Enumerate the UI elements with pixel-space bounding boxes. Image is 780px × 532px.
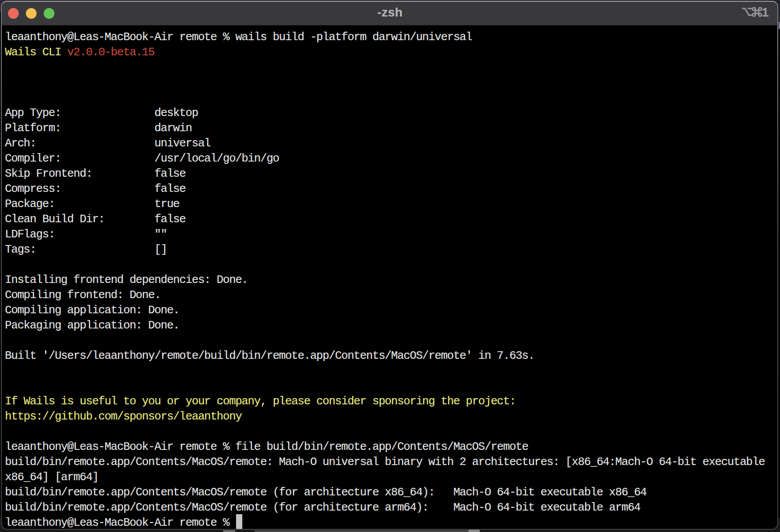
svg-text:1: 1 bbox=[762, 6, 769, 19]
